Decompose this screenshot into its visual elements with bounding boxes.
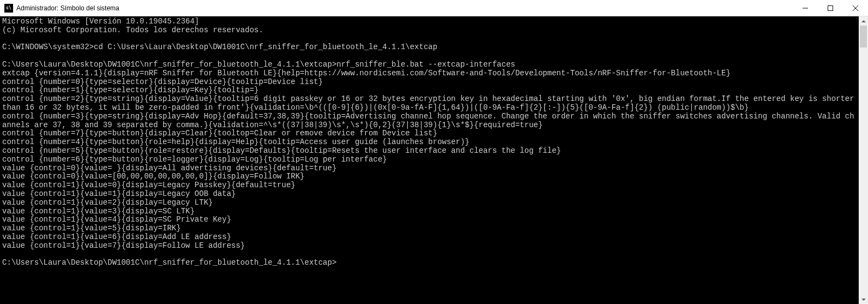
terminal-line: value {control=1}{value=3}{display=SC LT… [2,207,857,216]
terminal-line: control {number=4}{type=button}{role=hel… [2,138,857,147]
terminal-line: value {control=1}{value=5}{display=IRK} [2,224,857,233]
terminal-line: C:\Users\Laura\Desktop\DW1001C\nrf_sniff… [2,259,857,267]
terminal-line: control {number=7}{type=button}{display=… [2,129,857,138]
terminal-line: Microsoft Windows [Versión 10.0.19045.23… [2,17,857,26]
terminal-container: Microsoft Windows [Versión 10.0.19045.23… [0,16,868,304]
svg-marker-4 [861,20,866,22]
terminal-line: value {control=0}{value=[00,00,00,00,00,… [2,172,857,181]
terminal-line: value {control=0}{value= }{display=All a… [2,164,857,173]
terminal-line: value {control=1}{value=1}{display=Legac… [2,190,857,199]
terminal-line: value {control=1}{value=0}{display=Legac… [2,181,857,190]
terminal-line: C:\Users\Laura\Desktop\DW1001C\nrf_sniff… [2,61,857,69]
window-controls [793,0,868,16]
terminal-line: value {control=1}{value=2}{display=Legac… [2,199,857,207]
scrollbar-track-area[interactable] [859,26,868,295]
maximize-button[interactable] [818,0,843,16]
scrollbar-thumb[interactable] [860,26,867,47]
chevron-up-icon [861,20,866,22]
terminal-line: control {number=5}{type=button}{role=res… [2,147,857,156]
scrollbar-up-button[interactable] [859,16,868,26]
terminal-line [2,52,857,61]
terminal-line: control {number=0}{type=selector}{displa… [2,78,857,87]
window-titlebar[interactable]: c\ Administrador: Símbolo del sistema [0,0,868,16]
terminal-line: control {number=1}{type=selector}{displa… [2,86,857,95]
terminal-line: control {number=3}{type=string}{display=… [2,112,857,130]
maximize-icon [828,5,833,11]
terminal-line [2,35,857,44]
terminal-line: value {control=1}{value=4}{display=SC Pr… [2,216,857,224]
chevron-down-icon [861,299,866,301]
close-button[interactable] [843,0,868,16]
terminal-line: control {number=6}{type=button}{role=log… [2,156,857,164]
terminal-line [2,251,857,259]
terminal-line: control {number=2}{type=string}{display=… [2,95,857,112]
svg-marker-5 [861,299,866,301]
minimize-icon [803,5,808,11]
terminal-line: value {control=1}{value=6}{display=Add L… [2,233,857,242]
terminal-line: (c) Microsoft Corporation. Todos los der… [2,26,857,35]
minimize-button[interactable] [793,0,818,16]
terminal-output[interactable]: Microsoft Windows [Versión 10.0.19045.23… [0,16,859,304]
scrollbar-down-button[interactable] [859,295,868,304]
terminal-line: C:\WINDOWS\system32>cd C:\Users\Laura\De… [2,43,857,52]
window-title: Administrador: Símbolo del sistema [16,4,793,12]
terminal-line: value {control=1}{value=7}{display=Follo… [2,242,857,251]
close-icon [853,5,858,11]
scrollbar-vertical[interactable] [859,16,868,304]
cmd-icon: c\ [4,4,13,13]
svg-rect-1 [828,5,833,10]
terminal-line: extcap {version=4.1.1}{display=nRF Sniff… [2,69,857,78]
